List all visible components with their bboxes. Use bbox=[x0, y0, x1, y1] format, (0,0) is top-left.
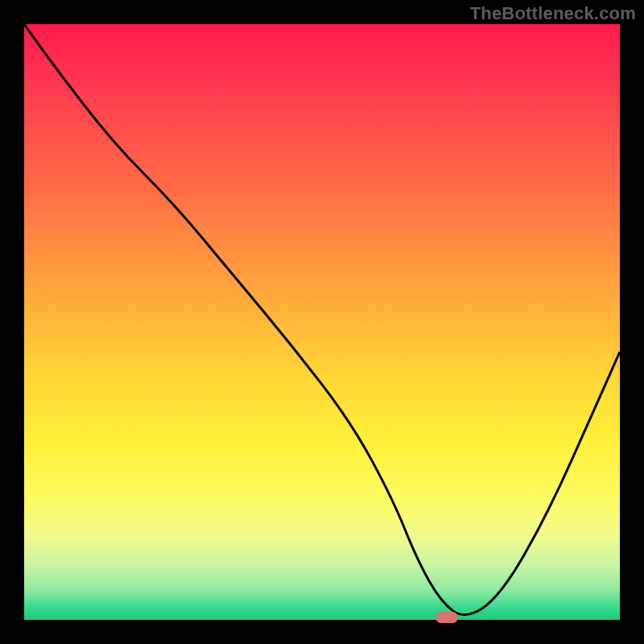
watermark-text: TheBottleneck.com bbox=[470, 3, 636, 24]
chart-frame: TheBottleneck.com bbox=[0, 0, 644, 644]
plot-area bbox=[24, 24, 620, 620]
bottleneck-curve bbox=[24, 24, 620, 620]
current-config-marker bbox=[436, 612, 458, 623]
